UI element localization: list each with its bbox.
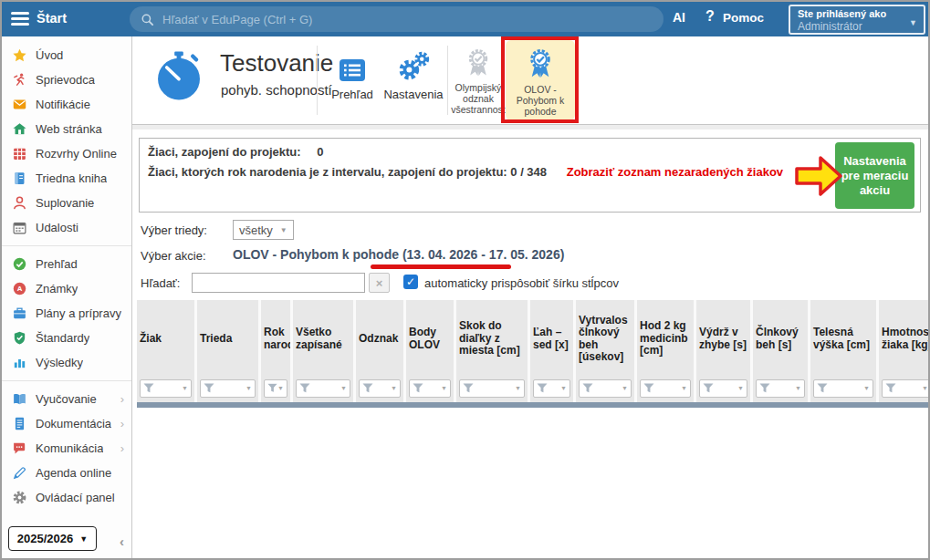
column-filter[interactable]: ▼ — [579, 379, 632, 398]
column-filter[interactable]: ▼ — [699, 379, 747, 398]
menu-icon[interactable] — [11, 12, 29, 26]
events-calendar-icon — [11, 220, 27, 235]
autofit-columns-checkbox[interactable] — [403, 275, 418, 289]
sidebar: Úvod Sprievodca Notifikácie Web stránka … — [2, 36, 132, 558]
column-filter[interactable]: ▼ — [359, 379, 401, 398]
sidebar-item-suplovanie[interactable]: Suplovanie — [2, 191, 131, 215]
ai-button[interactable]: AI — [673, 10, 685, 25]
tab-olov-pohybom-k-pohode[interactable]: OLOV - Pohybom k pohode — [506, 40, 575, 120]
open-book-icon — [11, 391, 27, 407]
sidebar-item-agenda-online[interactable]: Agenda online — [2, 461, 131, 485]
column-body-olov: Body OLOV ▼ — [403, 300, 454, 402]
sidebar-item-vyucovanie[interactable]: Vyučovanie › — [2, 387, 131, 411]
column-filter[interactable]: ▼ — [813, 379, 873, 398]
main-content: Žiaci, zapojení do projektu: 0 Žiaci, kt… — [132, 130, 928, 558]
chat-icon — [11, 441, 27, 456]
column-vydrz-v-zhybe: Výdrž v zhybe [s] ▼ — [694, 300, 750, 402]
sidebar-item-standardy[interactable]: Štandardy — [2, 326, 131, 350]
students-in-project-label: Žiaci, zapojení do projektu: — [148, 145, 301, 159]
wizard-icon — [11, 72, 27, 88]
column-filter[interactable]: ▼ — [459, 379, 525, 398]
school-year-select[interactable]: 2025/2026 ▼ — [8, 526, 97, 551]
check-circle-icon — [11, 256, 27, 272]
column-header[interactable]: Žiak — [137, 300, 194, 378]
column-filter[interactable]: ▼ — [756, 379, 805, 398]
column-header[interactable]: Odznak — [356, 300, 403, 378]
sidebar-item-ovladaci-panel[interactable]: Ovládací panel — [2, 485, 131, 510]
action-select-value[interactable]: OLOV - Pohybom k pohode (13. 04. 2026 - … — [233, 247, 564, 262]
sidebar-item-dokumentacia[interactable]: Dokumentácia › — [2, 411, 131, 436]
edupage-app-window: Štart AI ? Pomoc Ste prihlásený ako Admi… — [0, 0, 930, 560]
column-header[interactable]: Hmotnos žiaka [kg] — [879, 300, 928, 378]
column-header[interactable]: Hod 2 kg medicinb [cm] — [637, 300, 694, 378]
sidebar-item-znamky[interactable]: A Známky — [2, 276, 131, 301]
logged-in-user-menu[interactable]: Ste prihlásený ako Administrátor ▼ — [789, 5, 925, 35]
sidebar-item-udalosti[interactable]: Udalosti — [2, 215, 131, 240]
column-filter[interactable]: ▼ — [882, 379, 928, 398]
header-divider — [317, 46, 318, 115]
annotation-red-underline — [371, 264, 511, 269]
class-select[interactable]: všetky ▼ — [233, 220, 294, 240]
column-filter[interactable]: ▼ — [409, 379, 451, 398]
bar-chart-icon — [11, 355, 27, 370]
sidebar-item-rozvrhy-online[interactable]: Rozvrhy Online — [2, 141, 131, 166]
column-header[interactable]: Vytrvalos člnkový beh [úsekov] — [576, 300, 634, 378]
column-filter[interactable]: ▼ — [200, 379, 256, 398]
table-search-input[interactable] — [192, 273, 365, 293]
tab-nastavenia[interactable]: Nastavenia — [381, 44, 446, 120]
tab-olympijsky-odznak[interactable]: Olympijský odznak všestrannost — [452, 44, 505, 120]
document-icon — [11, 416, 27, 431]
grades-icon: A — [11, 281, 27, 296]
column-clnkovy-beh: Člnkový beh [s] ▼ — [750, 300, 808, 402]
column-header[interactable]: Telesná výška [cm] — [810, 300, 876, 378]
column-filter[interactable]: ▼ — [296, 379, 350, 398]
sidebar-divider — [2, 380, 131, 381]
table-search-label: Hľadať: — [141, 276, 180, 290]
sidebar-item-prehlad[interactable]: Prehľad — [2, 252, 131, 276]
sidebar-item-triedna-kniha[interactable]: Triedna kniha — [2, 166, 131, 191]
pencil-icon — [11, 465, 27, 481]
column-header[interactable]: Skok do diaľky z miesta [cm] — [456, 300, 528, 378]
start-menu-label[interactable]: Štart — [37, 11, 67, 26]
sidebar-item-vysledky[interactable]: Výsledky — [2, 350, 131, 375]
sidebar-item-uvod[interactable]: Úvod — [2, 43, 131, 67]
column-ziak: Žiak ▼ — [137, 300, 194, 402]
chevron-right-icon: › — [120, 392, 124, 406]
column-header[interactable]: Výdrž v zhybe [s] — [696, 300, 750, 378]
clear-search-button[interactable]: × — [369, 273, 390, 293]
header-bottom-band — [132, 125, 928, 130]
mail-icon — [11, 97, 27, 112]
column-filter[interactable]: ▼ — [264, 379, 287, 398]
column-header[interactable]: Rok narod — [261, 300, 290, 378]
sidebar-item-komunikacia[interactable]: Komunikácia › — [2, 436, 131, 461]
person-icon — [11, 195, 27, 211]
tab-prehlad[interactable]: Prehľad — [324, 44, 381, 120]
chevron-down-icon: ▼ — [79, 534, 88, 544]
help-button[interactable]: Pomoc — [723, 11, 764, 25]
sidebar-divider — [2, 245, 131, 246]
column-header[interactable]: Všetko zapísané — [293, 300, 353, 378]
column-header[interactable]: Body OLOV — [406, 300, 454, 378]
sidebar-item-web-stranka[interactable]: Web stránka — [2, 117, 131, 141]
column-filter[interactable]: ▼ — [533, 379, 570, 398]
help-question-icon[interactable]: ? — [705, 8, 715, 25]
measurement-action-settings-button[interactable]: Nastavenia pre meraciu akciu — [835, 142, 914, 209]
column-rok-narodenia: Rok narod ▼ — [258, 300, 290, 402]
global-search-input[interactable] — [162, 13, 653, 26]
medal-icon — [463, 44, 494, 78]
sidebar-item-notifikacie[interactable]: Notifikácie — [2, 92, 131, 117]
column-header[interactable]: Člnkový beh [s] — [753, 300, 808, 378]
column-header[interactable]: Ľah – sed [x] — [530, 300, 573, 378]
list-card-icon — [339, 44, 366, 82]
sidebar-item-plany-a-pripravy[interactable]: Plány a prípravy — [2, 301, 131, 326]
column-hod-medicinbalom: Hod 2 kg medicinb [cm] ▼ — [634, 300, 694, 402]
sidebar-collapse-icon[interactable]: ‹ — [120, 534, 124, 549]
column-header[interactable]: Trieda — [197, 300, 258, 378]
sidebar-item-sprievodca[interactable]: Sprievodca — [2, 67, 131, 92]
global-search-box[interactable] — [130, 6, 664, 32]
column-filter[interactable]: ▼ — [140, 379, 192, 398]
show-unassigned-students-link[interactable]: Zobraziť zoznam nezaradených žiakov — [567, 165, 783, 179]
action-date-range: (13. 04. 2026 - 17. 05. 2026) — [402, 247, 564, 262]
column-telesna-vyska: Telesná výška [cm] ▼ — [808, 300, 876, 402]
column-filter[interactable]: ▼ — [640, 379, 691, 398]
